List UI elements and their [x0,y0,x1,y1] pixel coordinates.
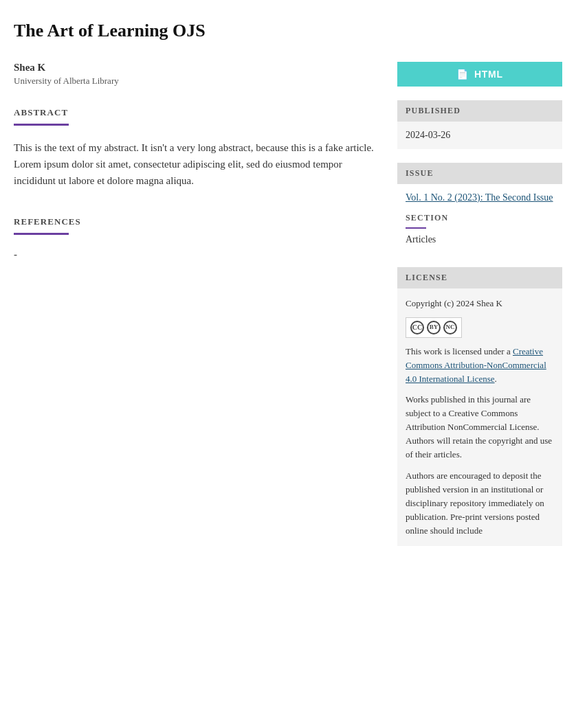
by-icon: BY [427,321,441,334]
copyright-text: Copyright (c) 2024 Shea K [406,297,554,310]
issue-body: Vol. 1 No. 2 (2023): The Second Issue SE… [397,184,562,253]
published-card: PUBLISHED 2024-03-26 [397,100,562,149]
sidebar: 📄 HTML PUBLISHED 2024-03-26 ISSUE Vol. 1… [397,62,562,560]
references-dash: - [14,249,377,260]
issue-link[interactable]: Vol. 1 No. 2 (2023): The Second Issue [406,192,554,203]
abstract-text: This is the text of my abstract. It isn'… [14,139,377,189]
abstract-underline [14,124,69,126]
published-label: PUBLISHED [397,100,562,122]
references-heading: REFERENCES [14,216,377,227]
license-body: Copyright (c) 2024 Shea K CC BY NC This … [397,288,562,546]
published-date: 2024-03-26 [397,122,562,149]
abstract-section: ABSTRACT This is the text of my abstract… [14,107,377,189]
issue-label: ISSUE [397,163,562,184]
references-section: REFERENCES - [14,216,377,260]
issue-card: ISSUE Vol. 1 No. 2 (2023): The Second Is… [397,163,562,253]
html-button[interactable]: 📄 HTML [397,62,562,87]
license-label: LICENSE [397,267,562,288]
cc-badge: CC BY NC [406,317,462,338]
author-name: Shea K [14,62,377,73]
section-value: Articles [406,234,554,245]
html-button-icon: 📄 [456,69,469,80]
html-button-label: HTML [474,69,503,80]
article-main-content: Shea K University of Alberta Library ABS… [14,62,377,560]
section-label: SECTION [406,213,554,223]
page-title: The Art of Learning OJS [14,21,562,41]
license-card: LICENSE Copyright (c) 2024 Shea K CC BY … [397,267,562,546]
license-intro-text: This work is licensed under a Creative C… [406,345,554,386]
cc-icon: CC [410,321,424,334]
license-body2: Authors are encouraged to deposit the pu… [406,469,554,538]
references-underline [14,233,69,235]
nc-icon: NC [443,321,457,334]
abstract-heading: ABSTRACT [14,107,377,118]
license-body1: Works published in this journal are subj… [406,393,554,462]
author-affiliation: University of Alberta Library [14,76,377,87]
section-underline-small [406,227,426,229]
